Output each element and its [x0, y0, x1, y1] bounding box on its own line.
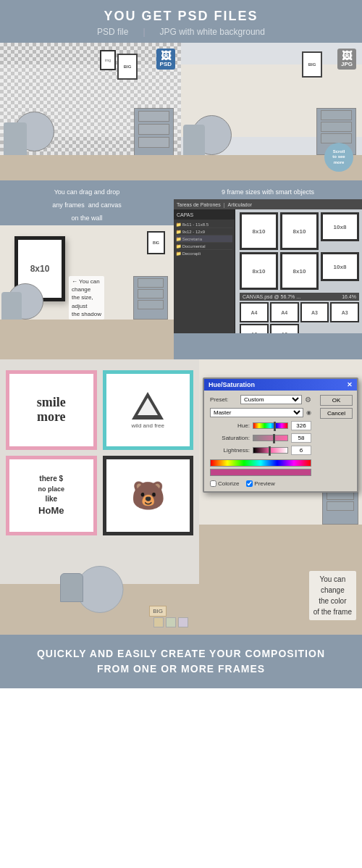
frames-grid: 8x10 8x10 10x8 8x10 8x10 10x8: [240, 212, 359, 290]
rainbow-bar-1: [210, 459, 311, 467]
poster-wall-col: smilemore wild and free there $ no place…: [0, 359, 199, 635]
saturation-label: Saturation:: [210, 435, 250, 441]
drag-text: You can drag and dropany frames and canv…: [52, 188, 122, 222]
saturation-slider[interactable]: [253, 435, 288, 441]
hue-label: Hue:: [210, 422, 250, 429]
master-row: Master ◉: [210, 408, 311, 417]
jpg-icon: 🖼: [342, 51, 352, 61]
ps-toolbar: Tareas de Patrones | Articulador: [174, 199, 362, 209]
psd-badge: 🖼 PSD: [156, 49, 175, 70]
bear-icon: 🐻: [131, 480, 165, 512]
frame-a4-2: A4: [270, 302, 299, 322]
flag-banner: BIG: [149, 606, 167, 617]
layers-panel: CAPAS 📁 8x11 - 11x8.5 📁 9x12 - 12x9 📁 Se…: [174, 209, 235, 333]
lightness-value-input[interactable]: 6: [291, 446, 311, 455]
lightness-row: Lightness: 6: [210, 446, 311, 455]
light-slider-thumb[interactable]: [269, 446, 271, 456]
poster-wall-room: smilemore wild and free there $ no place…: [0, 359, 199, 635]
psd-label: PSD: [160, 61, 172, 67]
hue-value-input[interactable]: 326: [291, 421, 311, 430]
room-chair: [60, 573, 83, 602]
dialog-buttons: OK Cancel: [320, 395, 353, 419]
poster-smile: smilemore: [6, 370, 97, 450]
saturation-value-input[interactable]: 58: [291, 433, 311, 443]
dialog-titlebar: Hue/Saturation ✕: [204, 379, 357, 391]
frame-10x8-1: 10x8: [321, 212, 359, 241]
header-section: YOU GET PSD FILES PSD file | JPG with wh…: [0, 0, 362, 43]
preset-select[interactable]: Custom: [240, 395, 302, 404]
frame-label: 8x10: [30, 264, 50, 274]
poster-bear: 🐻: [103, 456, 194, 535]
wild-text: wild and free: [132, 422, 164, 429]
lightness-label: Lightness:: [210, 447, 250, 454]
frame-8x10-2: 8x10: [280, 212, 319, 250]
page-title: YOU GET PSD FILES: [7, 9, 355, 24]
frame-a3-2: A3: [330, 302, 359, 322]
jpg-label: JPG: [341, 61, 353, 67]
poster-there: there $ no placelikeHoMe: [6, 456, 97, 535]
triangle-inner: [138, 398, 158, 415]
posters-grid: smilemore wild and free there $ no place…: [6, 370, 193, 535]
features-section: You can drag and dropany frames and canv…: [0, 180, 362, 359]
cog-icon: ⚙: [305, 396, 311, 404]
ok-button[interactable]: OK: [320, 395, 353, 406]
floor-blocks: [153, 617, 188, 627]
master-select[interactable]: Master: [210, 408, 303, 417]
psd-room-image: 🖼 PSD BIG im: [0, 43, 181, 180]
frame-a2-2: A2: [270, 324, 299, 333]
drag-info: You can drag and dropany frames and canv…: [0, 180, 174, 225]
dialog-title: Hue/Saturation: [209, 381, 255, 388]
colorize-checkbox[interactable]: [210, 480, 216, 487]
file-types-row: PSD file | JPG with white background: [7, 27, 355, 37]
cancel-button[interactable]: Cancel: [320, 408, 353, 419]
frame-a4-1: A4: [240, 302, 269, 322]
adjust-info: ← You canchangethe size,adjustthe shadow: [69, 276, 104, 320]
bottom-section: smilemore wild and free there $ no place…: [0, 359, 362, 635]
separator: |: [143, 27, 145, 37]
frame-8x10-3: 8x10: [240, 252, 278, 290]
frame-a2-1: A2: [240, 324, 269, 333]
drag-demo-room: 8x10 ← You canchangethe size,adjustthe s…: [0, 225, 174, 359]
colorize-label: Colorize: [210, 480, 239, 487]
footer-text-2: FROM ONE OR MORE FRAMES: [7, 662, 355, 677]
sat-slider-thumb[interactable]: [273, 434, 275, 443]
checkbox-row: Colorize Preview: [210, 480, 311, 487]
poster-wild: wild and free: [103, 370, 194, 450]
footer-section: QUICKLY AND EASILY CREATE YOUR COMPOSITI…: [0, 635, 362, 688]
frames-display: 8x10 8x10 10x8 8x10 8x10 10x8: [237, 209, 362, 333]
jpg-room-image: 🖼 JPG Scroll to see more: [181, 43, 362, 180]
file-type-psd: PSD file: [97, 27, 128, 37]
psd-icon: 🖼: [161, 51, 171, 61]
ps-frames-panel: Tareas de Patrones | Articulador CAPAS 📁…: [174, 199, 362, 333]
drag-drop-col: You can drag and dropany frames and canv…: [0, 180, 174, 359]
lightness-slider[interactable]: [253, 447, 288, 454]
there-text: there $ no placelikeHoMe: [38, 474, 64, 517]
room-table: [76, 566, 123, 613]
hue-saturation-dialog[interactable]: Hue/Saturation ✕ OK Cancel Preset: Custo…: [203, 377, 358, 493]
hue-slider-track[interactable]: [253, 422, 288, 429]
jpg-badge: 🖼 JPG: [337, 49, 356, 70]
frame-a3-1: A3: [300, 302, 329, 322]
scroll-badge: Scroll to see more: [324, 143, 353, 172]
change-color-annotation: You canchangethe colorof the frame: [309, 571, 356, 620]
preview-row: 🖼 PSD BIG im: [0, 43, 362, 180]
range-icon: ◉: [306, 409, 311, 416]
rainbow-bar-2: [210, 469, 311, 476]
smile-text: smilemore: [37, 396, 66, 425]
nine-frames-col: 9 frame sizes with smart objects Tareas …: [174, 180, 362, 359]
frame-8x10-4: 8x10: [280, 252, 319, 290]
footer-text-1: QUICKLY AND EASILY CREATE YOUR COMPOSITI…: [7, 646, 355, 662]
hue-slider-thumb[interactable]: [274, 422, 276, 431]
dialog-content: OK Cancel Preset: Custom ⚙ Master ◉: [204, 391, 357, 491]
scroll-text: Scroll to see more: [332, 149, 345, 165]
hue-row: Hue: 326: [210, 421, 311, 430]
psd-preview-col: 🖼 PSD BIG im: [0, 43, 181, 180]
canvas-bar: CANVAS.psd @ 56.7% ... 16.4%: [240, 293, 359, 301]
file-type-jpg: JPG with white background: [160, 27, 265, 37]
dialog-close-icon[interactable]: ✕: [347, 381, 353, 388]
frame-8x10-1: 8x10: [240, 212, 278, 250]
preset-label: Preset:: [210, 396, 237, 403]
preview-checkbox[interactable]: [246, 480, 253, 487]
nine-frames-info: 9 frame sizes with smart objects: [174, 180, 362, 199]
saturation-row: Saturation: 58: [210, 433, 311, 443]
